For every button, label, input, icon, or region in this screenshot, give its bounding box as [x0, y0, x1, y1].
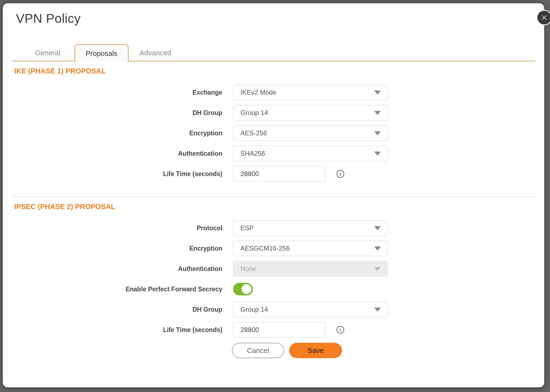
chevron-down-icon: [374, 267, 381, 271]
page-title: VPN Policy: [16, 11, 544, 26]
chevron-down-icon: [374, 111, 381, 115]
vpn-policy-dialog: ✕ VPN Policy General Proposals Advanced …: [3, 3, 544, 387]
chevron-down-icon: [374, 226, 381, 230]
section-divider: [12, 196, 535, 197]
dh-group-p2-label: DH Group: [3, 306, 222, 313]
encryption-value: AES-256: [240, 129, 374, 137]
field-row-encryption: Encryption AES-256: [3, 125, 544, 141]
tab-bar: General Proposals Advanced: [12, 44, 535, 61]
dh-group-dropdown[interactable]: Group 14: [233, 105, 388, 120]
chevron-down-icon: [374, 308, 381, 312]
info-icon[interactable]: i: [336, 326, 344, 334]
authentication-label: Authentication: [3, 150, 222, 157]
encryption-p2-value: AESGCM16-256: [240, 245, 374, 252]
field-row-protocol: Protocol ESP: [3, 220, 544, 236]
dh-group-p2-dropdown[interactable]: Group 14: [233, 302, 388, 317]
protocol-label: Protocol: [3, 224, 222, 232]
authentication-dropdown[interactable]: SHA256: [233, 146, 388, 161]
chevron-down-icon: [374, 246, 381, 251]
chevron-down-icon: [374, 91, 381, 95]
save-button[interactable]: Save: [289, 343, 342, 358]
field-row-encryption-p2: Encryption AESGCM16-256: [3, 241, 544, 256]
field-row-authentication: Authentication SHA256: [3, 146, 544, 161]
life-time-p2-input[interactable]: [233, 322, 325, 338]
tab-advanced[interactable]: Advanced: [128, 44, 182, 61]
protocol-value: ESP: [240, 224, 374, 232]
pfs-toggle[interactable]: [233, 283, 253, 295]
protocol-dropdown[interactable]: ESP: [233, 220, 388, 236]
tab-proposals[interactable]: Proposals: [75, 44, 128, 62]
field-row-life-time: Life Time (seconds) i: [3, 166, 544, 182]
exchange-value: IKEv2 Mode: [240, 89, 374, 96]
dh-group-label: DH Group: [3, 109, 222, 117]
exchange-label: Exchange: [3, 89, 222, 96]
tab-general[interactable]: General: [21, 44, 75, 61]
life-time-label: Life Time (seconds): [3, 170, 222, 178]
encryption-dropdown[interactable]: AES-256: [233, 125, 388, 141]
authentication-p2-dropdown-disabled: None: [233, 261, 388, 276]
info-icon[interactable]: i: [336, 170, 344, 178]
authentication-value: SHA256: [240, 150, 374, 157]
dh-group-p2-value: Group 14: [240, 306, 374, 313]
close-icon[interactable]: ✕: [537, 10, 550, 25]
field-row-life-time-p2: Life Time (seconds) i: [3, 322, 544, 338]
field-row-exchange: Exchange IKEv2 Mode: [3, 85, 544, 100]
field-row-authentication-p2: Authentication None: [3, 261, 544, 276]
ike-phase1-heading: IKE (PHASE 1) PROPOSAL: [14, 67, 544, 75]
cancel-button[interactable]: Cancel: [232, 343, 284, 358]
authentication-p2-label: Authentication: [3, 265, 222, 273]
ipsec-phase2-heading: IPSEC (PHASE 2) PROPOSAL: [14, 202, 544, 211]
dialog-actions: Cancel Save: [232, 343, 544, 358]
phase1-fields: Exchange IKEv2 Mode DH Group Group 14 En…: [3, 85, 544, 182]
exchange-dropdown[interactable]: IKEv2 Mode: [233, 85, 388, 100]
chevron-down-icon: [374, 152, 381, 156]
life-time-p2-label: Life Time (seconds): [3, 326, 222, 334]
encryption-label: Encryption: [3, 130, 222, 137]
field-row-pfs: Enable Perfect Forward Secrecy: [3, 281, 544, 297]
encryption-p2-dropdown[interactable]: AESGCM16-256: [233, 241, 388, 256]
life-time-input[interactable]: [233, 166, 325, 182]
chevron-down-icon: [374, 131, 381, 135]
pfs-label: Enable Perfect Forward Secrecy: [3, 286, 222, 293]
dh-group-value: Group 14: [240, 109, 374, 117]
authentication-p2-value: None: [240, 265, 374, 273]
toggle-knob: [242, 284, 251, 294]
encryption-p2-label: Encryption: [3, 245, 222, 252]
field-row-dh-group-p2: DH Group Group 14: [3, 302, 544, 317]
field-row-dh-group: DH Group Group 14: [3, 105, 544, 120]
phase2-fields: Protocol ESP Encryption AESGCM16-256 Aut…: [3, 220, 544, 338]
